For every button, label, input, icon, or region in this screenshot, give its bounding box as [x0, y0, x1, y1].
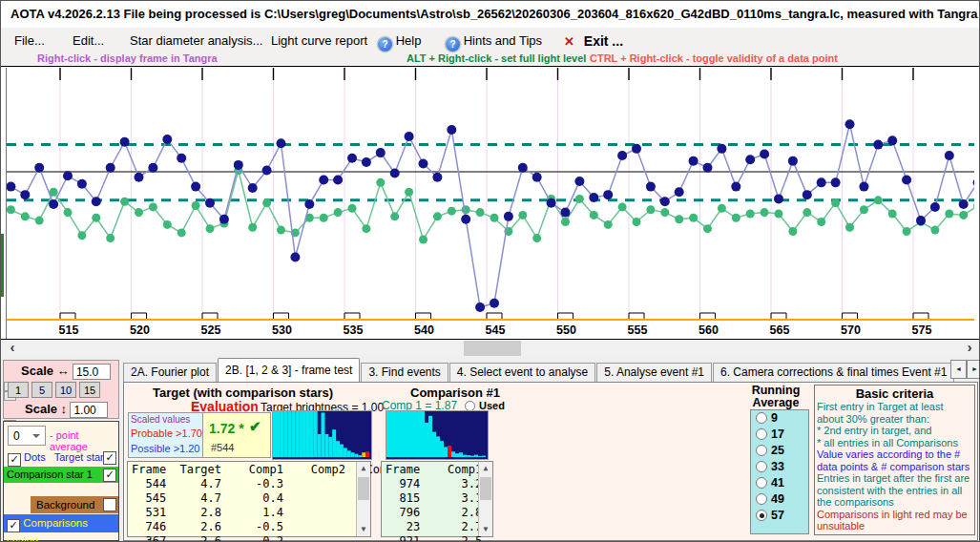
tab-scroll-right-button[interactable]: ► — [967, 360, 980, 379]
tab-2[interactable]: 2B. [1, 2 & 3] - frame test — [218, 358, 360, 382]
comparisons-scaled-checkbox[interactable]: ✓ — [7, 519, 20, 532]
running-average-option-17[interactable]: 17 — [751, 427, 808, 443]
menu-exit[interactable]: ✕ Exit ... — [564, 28, 623, 54]
zoom-button-5[interactable]: 5 — [31, 382, 52, 398]
scroll-up-icon[interactable]: ▲ — [357, 462, 370, 475]
menu-hints-and-tips[interactable]: ? Hints and Tips — [446, 28, 542, 54]
scale-panel: Scale ↔ 15.0▲▼ 151015 Scale ↕ 1.00▲▼ — [3, 360, 119, 419]
menu-hints-label: Hints and Tips — [464, 33, 542, 48]
radio-icon[interactable] — [756, 510, 767, 521]
table-row[interactable]: 815 3.1 — [386, 491, 482, 506]
scrollbar-thumb[interactable] — [464, 341, 521, 356]
svg-text:565: 565 — [770, 323, 790, 337]
comparison-panel-title: Comparison #1 — [410, 386, 500, 400]
scroll-right-arrow[interactable]: › — [962, 340, 977, 357]
running-average-option-25[interactable]: 25 — [751, 443, 808, 459]
table-row[interactable]: 921 2.5 — [386, 534, 482, 542]
running-average-option-33[interactable]: 33 — [751, 459, 808, 475]
help-icon: ? — [378, 37, 392, 52]
hint-right-click: Right-click - display frame in Tangra — [37, 52, 218, 64]
plot-area[interactable]: 515520525530535540545550555560565570575 — [6, 68, 976, 339]
menu-edit[interactable]: Edit... — [73, 28, 104, 54]
running-average-options: 9172533414957 — [750, 409, 809, 534]
exit-icon: ✕ — [564, 34, 574, 49]
scaled-values-label: Scaled values — [131, 414, 190, 425]
comparison-star-checkbox[interactable]: ✓ — [103, 469, 116, 482]
running-average-value: 49 — [771, 492, 784, 506]
table-header: Frame Comp1 — [386, 463, 482, 477]
criteria-text: First entry in Target at least about 30%… — [815, 401, 974, 425]
svg-text:560: 560 — [699, 323, 719, 337]
dots-checkbox[interactable]: ✓ — [8, 453, 21, 467]
tab-6[interactable]: 6. Camera corrections & final times Even… — [713, 363, 954, 382]
running-average-value: 9 — [771, 411, 778, 425]
bottom-section: Scale ↔ 15.0▲▼ 151015 Scale ↕ 1.00▲▼ 0 -… — [1, 357, 980, 542]
svg-text:575: 575 — [912, 323, 932, 337]
scale-horizontal-label: Scale ↔ — [21, 364, 70, 378]
possible-threshold-label: Possible >1.20 — [131, 443, 199, 454]
light-curve-plot[interactable]: 515520525530535540545550555560565570575 — [1, 66, 980, 340]
running-average-title: Running Average — [744, 385, 807, 409]
radio-icon[interactable] — [756, 412, 767, 424]
table-row[interactable]: 796 2.8 — [386, 506, 482, 520]
radio-icon[interactable] — [756, 493, 767, 505]
svg-text:535: 535 — [344, 323, 364, 337]
running-average-option-49[interactable]: 49 — [751, 491, 808, 508]
target-ranking-table[interactable]: Frame Target Comp1 Comp2 Comp3 544 4.7 -… — [127, 461, 371, 537]
radio-icon[interactable] — [756, 445, 767, 456]
criteria-text: * all entries in all Comparisons — [815, 437, 974, 449]
scroll-left-arrow[interactable]: ‹ — [5, 340, 20, 357]
menu-help[interactable]: ? Help — [378, 28, 421, 54]
horizontal-scrollbar[interactable]: ‹ › — [1, 340, 980, 357]
scroll-down-icon[interactable]: ▼ — [357, 523, 370, 536]
tab-scroll-left-button[interactable]: ◄ — [950, 360, 967, 379]
running-average-value: 41 — [771, 476, 784, 490]
comparison-ranking-table[interactable]: Frame Comp1 974 3.2 815 3.1 796 2.8 23 2… — [381, 461, 493, 537]
comparison-table-scrollbar[interactable]: ▲ ▼ — [478, 462, 492, 536]
scroll-up-icon[interactable]: ▲ — [479, 462, 492, 475]
target-table-scrollbar[interactable]: ▲ ▼ — [356, 462, 370, 536]
aota-window: AOTA v4.2026.2.13 File being processed i… — [0, 0, 980, 542]
comparisons-scaled-row: ✓ Comparisons scaled — [4, 514, 118, 532]
tab-3[interactable]: 3. Find events — [361, 363, 448, 382]
basic-criteria-title: Basic criteria — [815, 386, 974, 401]
scrollbar-thumb[interactable] — [480, 477, 491, 500]
criteria-text: * 2nd entry in target, and — [815, 425, 974, 437]
light-curve-svg[interactable]: 515520525530535540545550555560565570575 — [7, 68, 974, 337]
running-average-value: 33 — [771, 460, 784, 473]
running-average-value: 17 — [771, 427, 784, 441]
menu-file[interactable]: File... — [14, 28, 45, 54]
table-row[interactable]: 974 3.2 — [386, 477, 482, 491]
point-average-select[interactable]: 0 — [8, 426, 46, 446]
criteria-text: Entries in target after the first are co… — [815, 472, 974, 509]
tab-5[interactable]: 5. Analyse event #1 — [596, 363, 712, 382]
radio-icon[interactable] — [756, 428, 767, 440]
dots-target-row: ✓ Dots Target star — [8, 451, 104, 467]
hint-ctrl-right-click: CTRL + Right-click - toggle validity of … — [590, 52, 838, 64]
background-checkbox[interactable] — [103, 498, 116, 511]
table-row[interactable]: 23 2.7 — [386, 520, 482, 534]
menu-star-diameter[interactable]: Star diameter analysis... — [130, 28, 262, 54]
window-title: AOTA v4.2026.2.13 File being processed i… — [1, 1, 980, 28]
running-average-option-57[interactable]: 57 — [751, 508, 808, 524]
running-average-option-41[interactable]: 41 — [751, 475, 808, 491]
zoom-button-1[interactable]: 1 — [8, 382, 29, 398]
radio-icon[interactable] — [756, 477, 767, 489]
scrollbar-thumb[interactable] — [358, 477, 369, 500]
scale-vertical-value[interactable]: 1.00 — [70, 402, 108, 418]
radio-icon[interactable] — [756, 461, 767, 472]
menu-light-curve-report[interactable]: Light curve report — [271, 28, 367, 54]
zoom-button-10[interactable]: 10 — [55, 382, 76, 398]
svg-text:530: 530 — [272, 323, 292, 337]
scroll-down-icon[interactable]: ▼ — [479, 523, 492, 536]
evaluation-check-icon: ✔ — [249, 418, 261, 435]
svg-text:550: 550 — [556, 323, 576, 337]
scale-horizontal-value[interactable]: 15.0 — [73, 364, 111, 380]
tab-1[interactable]: 2A. Fourier plot — [123, 363, 217, 382]
probable-threshold-label: Probable >1.70 — [131, 427, 202, 439]
tab-strip: 2A. Fourier plot2B. [1, 2 & 3] - frame t… — [123, 358, 955, 382]
target-star-checkbox[interactable]: ✓ — [103, 451, 116, 465]
running-average-option-9[interactable]: 9 — [751, 410, 808, 427]
zoom-button-15[interactable]: 15 — [79, 382, 100, 398]
tab-4[interactable]: 4. Select event to analyse — [449, 363, 595, 382]
